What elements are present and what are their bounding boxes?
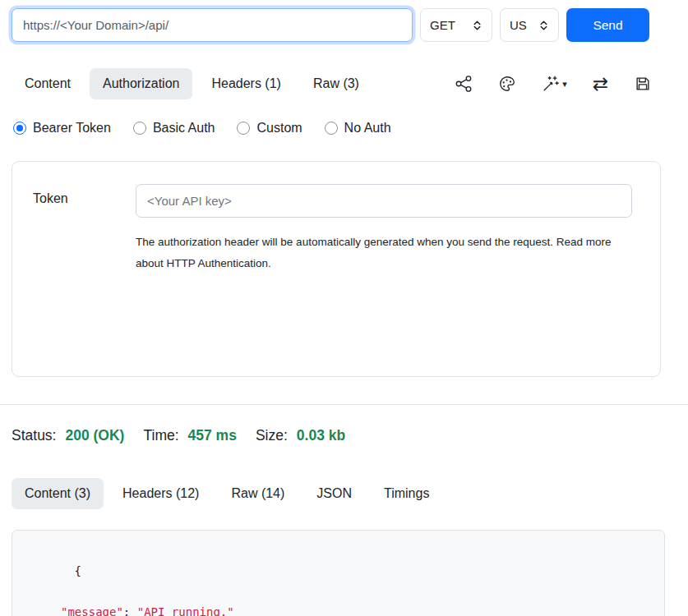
palette-icon [498, 75, 516, 93]
radio-dot [237, 122, 250, 135]
share-icon [455, 75, 473, 93]
code-line: "message": "API running." [12, 602, 664, 616]
radio-dot [325, 122, 338, 135]
tab-headers[interactable]: Headers (1) [198, 68, 293, 99]
json-colon: : [123, 605, 137, 616]
size-item: Size: 0.03 kb [256, 427, 345, 444]
size-label: Size: [256, 427, 288, 444]
status-item: Status: 200 (OK) [12, 427, 124, 444]
token-help-text: The authorization header will be automat… [136, 232, 617, 274]
size-value: 0.03 kb [297, 427, 345, 444]
status-value: 200 (OK) [65, 427, 124, 444]
tab-response-json[interactable]: JSON [303, 478, 365, 509]
radio-dot [13, 122, 26, 135]
json-value: "API running." [137, 605, 234, 616]
token-panel-main: The authorization header will be automat… [136, 184, 632, 354]
radio-label: Custom [256, 121, 302, 136]
share-button[interactable] [455, 75, 473, 93]
tab-response-content[interactable]: Content (3) [12, 478, 104, 509]
api-tester-page: GET US Send Content Authorization Header… [0, 0, 688, 616]
radio-bearer-token[interactable]: Bearer Token [13, 121, 111, 136]
save-icon [634, 75, 652, 93]
response-tabs: Content (3) Headers (12) Raw (14) JSON T… [12, 478, 661, 509]
response-summary: Status: 200 (OK) Time: 457 ms Size: 0.03… [12, 427, 661, 444]
json-key: "message" [61, 605, 123, 616]
code-line: { [12, 540, 664, 602]
section-divider [0, 404, 688, 405]
radio-dot [133, 122, 146, 135]
select-arrows-icon [538, 20, 549, 31]
request-toolbar: ▾ ⇄ [455, 75, 661, 94]
region-select-value: US [510, 18, 527, 32]
status-label: Status: [12, 427, 56, 444]
auth-type-options: Bearer Token Basic Auth Custom No Auth [12, 121, 661, 136]
method-select-value: GET [430, 18, 455, 32]
token-panel: Token The authorization header will be a… [12, 161, 661, 377]
tab-response-headers[interactable]: Headers (12) [109, 478, 212, 509]
method-select[interactable]: GET [420, 8, 492, 42]
tab-content[interactable]: Content [12, 68, 84, 99]
radio-label: Basic Auth [153, 121, 215, 136]
time-item: Time: 457 ms [143, 427, 236, 444]
select-arrows-icon [472, 20, 483, 31]
save-button[interactable] [634, 75, 652, 93]
tab-response-timings[interactable]: Timings [371, 478, 442, 509]
send-button[interactable]: Send [566, 8, 649, 42]
radio-no-auth[interactable]: No Auth [325, 121, 391, 136]
token-input[interactable] [136, 184, 632, 218]
radio-custom[interactable]: Custom [237, 121, 302, 136]
request-tabs: Content Authorization Headers (1) Raw (3… [12, 68, 661, 99]
token-label: Token [33, 184, 136, 354]
region-select[interactable]: US [500, 8, 559, 42]
json-open-brace: { [75, 564, 81, 577]
radio-label: No Auth [344, 121, 391, 136]
theme-button[interactable] [498, 75, 516, 93]
time-label: Time: [143, 427, 178, 444]
response-body: { "message": "API running." } [12, 530, 665, 616]
radio-basic-auth[interactable]: Basic Auth [133, 121, 215, 136]
magic-actions-button[interactable]: ▾ [542, 75, 567, 93]
caret-down-icon: ▾ [562, 80, 567, 89]
swap-arrows-icon: ⇄ [593, 75, 608, 94]
magic-wand-icon [542, 75, 560, 93]
url-input[interactable] [12, 8, 413, 42]
tab-response-raw[interactable]: Raw (14) [218, 478, 298, 509]
swap-button[interactable]: ⇄ [593, 75, 608, 94]
time-value: 457 ms [188, 427, 237, 444]
radio-label: Bearer Token [33, 121, 111, 136]
tab-raw[interactable]: Raw (3) [300, 68, 372, 99]
tab-authorization[interactable]: Authorization [90, 68, 192, 99]
request-bar: GET US Send [12, 8, 661, 42]
